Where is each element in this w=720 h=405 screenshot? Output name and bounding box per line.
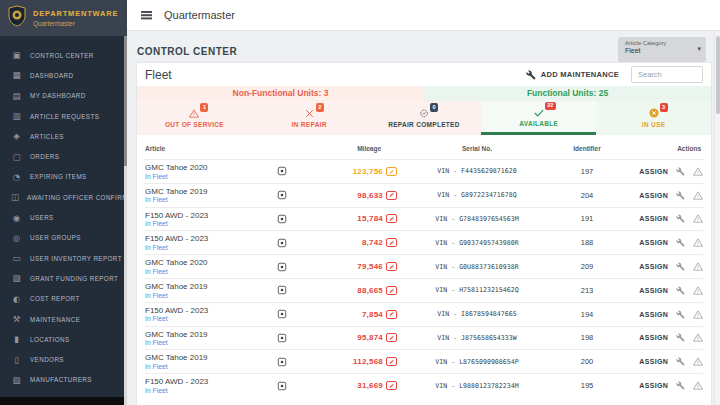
article-category-dropdown[interactable]: Article Category Fleet ▾ <box>618 37 706 62</box>
maintenance-wrench-icon[interactable] <box>676 357 685 366</box>
warning-triangle-icon[interactable] <box>693 357 703 366</box>
assign-button[interactable]: ASSIGN <box>639 192 668 199</box>
in-fleet-link[interactable]: In Fleet <box>145 315 263 322</box>
maintenance-wrench-icon[interactable] <box>676 333 685 342</box>
in-fleet-link[interactable]: In Fleet <box>145 387 263 394</box>
warning-triangle-icon[interactable] <box>693 238 703 247</box>
add-maintenance-button[interactable]: ADD MAINTENANCE <box>526 70 619 80</box>
sidebar-item-awaiting-officer-confirmation[interactable]: ◫ AWAITING OFFICER CONFIRMATION <box>0 187 127 207</box>
sidebar-item-user-inventory-report[interactable]: ▭ USER INVENTORY REPORT <box>0 248 127 268</box>
in-fleet-link[interactable]: In Fleet <box>145 244 263 251</box>
sidebar-item-orders[interactable]: ▢ ORDERS <box>0 146 127 166</box>
in-fleet-link[interactable]: In Fleet <box>145 292 263 299</box>
search-input[interactable] <box>631 66 703 83</box>
sidebar-item-locations[interactable]: ▮ LOCATIONS <box>0 329 127 349</box>
mileage-edit-chip[interactable] <box>386 214 397 223</box>
control-center-icon: ▣ <box>11 50 22 60</box>
in-fleet-link[interactable]: In Fleet <box>145 363 263 370</box>
page-scrollbar-thumb[interactable] <box>716 36 720 114</box>
in-fleet-link[interactable]: In Fleet <box>145 268 263 275</box>
maintenance-wrench-icon[interactable] <box>676 167 685 176</box>
sidebar-item-user-groups[interactable]: ◎ USER GROUPS <box>0 228 127 248</box>
mileage-edit-chip[interactable] <box>386 191 397 200</box>
identifier-value: 194 <box>581 310 594 319</box>
assign-button[interactable]: ASSIGN <box>639 263 668 270</box>
warning-triangle-icon[interactable] <box>693 262 703 271</box>
assign-button[interactable]: ASSIGN <box>639 239 668 246</box>
tab-repair-completed[interactable]: 0 REPAIR COMPLETED <box>367 101 482 135</box>
add-maintenance-label: ADD MAINTENANCE <box>541 70 619 79</box>
sidebar-item-cost-report[interactable]: ◐ COST REPORT <box>0 289 127 309</box>
maintenance-wrench-icon[interactable] <box>676 214 685 223</box>
sidebar-item-vendors[interactable]: ▯ VENDORS <box>0 349 127 369</box>
identifier-value: 200 <box>581 357 594 366</box>
maintenance-wrench-icon[interactable] <box>676 191 685 200</box>
maintenance-wrench-icon[interactable] <box>676 310 685 319</box>
sidebar-item-articles[interactable]: ◈ ARTICLES <box>0 126 127 146</box>
assign-button[interactable]: ASSIGN <box>639 287 668 294</box>
hamburger-menu-icon[interactable] <box>141 11 152 19</box>
tab-out-of-service[interactable]: 1 OUT OF SERVICE <box>137 101 252 135</box>
column-header-article: Article <box>145 145 263 152</box>
in-fleet-link[interactable]: In Fleet <box>145 196 263 203</box>
timer-check-icon <box>419 104 429 122</box>
mileage-edit-chip[interactable] <box>386 357 397 366</box>
articles-icon: ◈ <box>11 131 22 141</box>
sidebar-item-manufacturers[interactable]: ▧ MANUFACTURERS <box>0 370 127 390</box>
sidebar-item-maintenance[interactable]: ⚒ MAINTENANCE <box>0 309 127 329</box>
locations-icon: ▮ <box>11 334 22 344</box>
status-strips: Non-Functional Units: 3 Functional Units… <box>137 86 711 101</box>
identifier-value: 213 <box>581 286 594 295</box>
sidebar-item-users[interactable]: ◉ USERS <box>0 207 127 227</box>
sidebar-item-article-requests[interactable]: ▥ ARTICLE REQUESTS <box>0 106 127 126</box>
serial-number: VIN - G9037495743980R <box>435 239 518 247</box>
warning-triangle-icon[interactable] <box>693 381 703 390</box>
orders-icon: ▢ <box>11 152 22 162</box>
table-row: F150 AWD - 2023 In Fleet 15,784 <box>145 207 703 231</box>
shield-badge-icon <box>7 5 27 31</box>
brand-name: DEPARTMENTWARE <box>33 9 118 18</box>
sidebar-item-my-dashboard[interactable]: ▤ MY DASHBOARD <box>0 86 127 106</box>
assign-button[interactable]: ASSIGN <box>639 382 668 389</box>
assign-button[interactable]: ASSIGN <box>639 311 668 318</box>
column-header-serial: Serial No. <box>462 145 492 152</box>
tab-available[interactable]: 22 AVAILABLE <box>481 101 596 135</box>
sidebar-item-dashboard[interactable]: ▦ DASHBOARD <box>0 65 127 85</box>
mileage-edit-chip[interactable] <box>386 238 397 247</box>
warning-triangle-icon[interactable] <box>693 214 703 223</box>
page-scrollbar[interactable] <box>714 32 720 405</box>
sidebar-item-expiring-items[interactable]: ◔ EXPIRING ITEMS <box>0 167 127 187</box>
mileage-edit-chip[interactable] <box>386 381 397 390</box>
tab-in-use[interactable]: 3 IN USE <box>596 101 711 135</box>
sidebar-item-grant-funding-report[interactable]: ▨ GRANT FUNDING REPORT <box>0 268 127 288</box>
warning-triangle-icon[interactable] <box>693 191 703 200</box>
in-fleet-link[interactable]: In Fleet <box>145 173 263 180</box>
mileage-edit-chip[interactable] <box>386 333 397 342</box>
in-fleet-link[interactable]: In Fleet <box>145 220 263 227</box>
mileage-edit-chip[interactable] <box>386 167 397 176</box>
assign-button[interactable]: ASSIGN <box>639 334 668 341</box>
assign-button[interactable]: ASSIGN <box>639 215 668 222</box>
maintenance-wrench-icon[interactable] <box>676 286 685 295</box>
mileage-edit-chip[interactable] <box>386 310 397 319</box>
maintenance-wrench-icon[interactable] <box>676 381 685 390</box>
warning-triangle-icon[interactable] <box>693 310 703 319</box>
vehicle-icon <box>277 381 287 391</box>
warning-triangle-icon[interactable] <box>693 333 703 342</box>
warning-triangle-icon[interactable] <box>693 286 703 295</box>
in-fleet-link[interactable]: In Fleet <box>145 339 263 346</box>
maintenance-wrench-icon[interactable] <box>676 262 685 271</box>
article-name: GMC Tahoe 2019 <box>145 187 263 197</box>
maintenance-wrench-icon[interactable] <box>676 238 685 247</box>
serial-number: VIN - G7848397654563M <box>435 215 518 223</box>
warning-triangle-icon[interactable] <box>693 167 703 176</box>
sidebar-item-control-center[interactable]: ▣ CONTROL CENTER <box>0 45 127 65</box>
article-name: GMC Tahoe 2019 <box>145 330 263 340</box>
tab-in-repair[interactable]: 2 IN REPAIR <box>252 101 367 135</box>
assign-button[interactable]: ASSIGN <box>639 168 668 175</box>
mileage-edit-chip[interactable] <box>386 286 397 295</box>
identifier-value: 204 <box>581 191 594 200</box>
mileage-edit-chip[interactable] <box>386 262 397 271</box>
assign-button[interactable]: ASSIGN <box>639 358 668 365</box>
wrench-icon <box>526 70 536 80</box>
